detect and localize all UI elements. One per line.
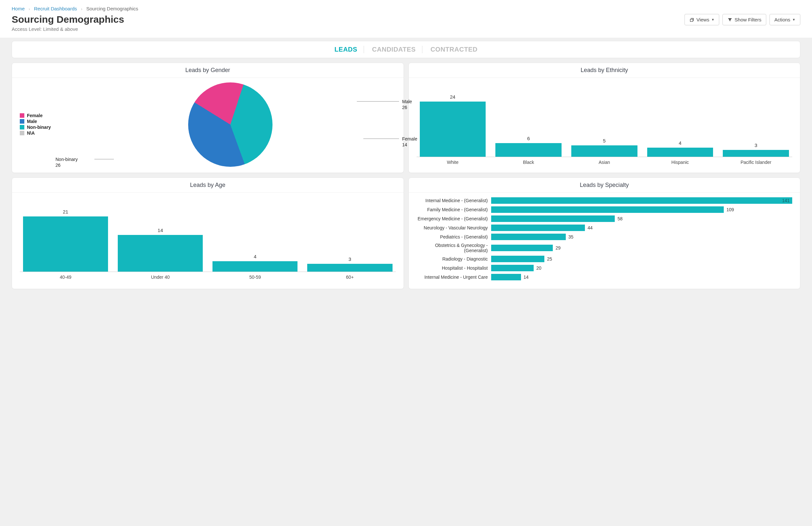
show-filters-button[interactable]: Show Filters <box>723 14 766 25</box>
bar-value: 4 <box>254 254 256 259</box>
hbar-row: Family Medicine - (Generalist)109 <box>417 207 793 213</box>
legend-swatch <box>20 119 24 124</box>
bar-rect <box>23 216 108 272</box>
filter-icon <box>727 17 733 23</box>
hbar-track: 20 <box>491 265 793 271</box>
tab-leads[interactable]: LEADS <box>328 46 364 53</box>
hbar-value: 29 <box>555 245 561 251</box>
access-level: Access Level: Limited & above <box>12 26 124 32</box>
card-ethnicity: Leads by Ethnicity 246543 WhiteBlackAsia… <box>408 62 801 173</box>
hbar-track: 44 <box>491 225 793 231</box>
bar-label: 60+ <box>307 274 392 280</box>
bar-column: 5 <box>571 138 637 157</box>
hbar-track: 29 <box>491 245 793 251</box>
bar-value: 6 <box>527 136 530 141</box>
copy-icon <box>690 17 695 23</box>
card-title-gender: Leads by Gender <box>12 63 404 78</box>
legend-swatch <box>20 113 24 118</box>
ethnicity-bar-chart: 246543 <box>417 82 793 157</box>
hbar-row: Internal Medicine - (Generalist)141 <box>417 197 793 204</box>
actions-button[interactable]: Actions ▼ <box>769 14 800 25</box>
hbar-label: Radiology - Diagnostic <box>417 256 491 261</box>
bar-label: 50-59 <box>213 274 298 280</box>
legend-swatch <box>20 125 24 129</box>
card-age: Leads by Age 211443 40-49Under 4050-5960… <box>12 177 404 289</box>
pie-callout: Non-binary26 <box>56 156 91 168</box>
breadcrumb: Home › Recruit Dashboards › Sourcing Dem… <box>12 6 800 11</box>
legend-swatch <box>20 131 24 135</box>
legend-item: Male <box>20 119 65 124</box>
card-gender: Leads by Gender FemaleMaleNon-binaryN\A … <box>12 62 404 173</box>
bar-label: Pacific Islander <box>723 160 789 165</box>
hbar-rect <box>491 245 553 251</box>
page-title: Sourcing Demographics <box>12 14 124 25</box>
bar-rect <box>307 264 392 272</box>
bar-rect <box>420 102 486 157</box>
hbar-track: 109 <box>491 207 793 213</box>
caret-down-icon: ▼ <box>792 18 796 22</box>
hbar-rect <box>491 215 615 222</box>
hbar-label: Obstetrics & Gynecology - (Generalist) <box>417 243 491 253</box>
bar-column: 6 <box>495 136 562 157</box>
gender-legend: FemaleMaleNon-binaryN\A <box>20 113 65 136</box>
tab-contracted[interactable]: CONTRACTED <box>424 46 484 53</box>
hbar-value: 35 <box>568 234 574 240</box>
age-bar-chart: 211443 <box>20 197 396 272</box>
hbar-rect <box>491 256 545 262</box>
legend-item: N\A <box>20 130 65 136</box>
breadcrumb-dashboards[interactable]: Recruit Dashboards <box>34 6 77 11</box>
bar-label: Black <box>495 160 562 165</box>
tab-bar: LEADS CANDIDATES CONTRACTED <box>12 41 800 58</box>
hbar-value: 25 <box>547 256 552 261</box>
hbar-rect <box>491 274 521 280</box>
hbar-rect <box>491 233 566 240</box>
bar-value: 14 <box>158 227 163 233</box>
legend-item: Non-binary <box>20 125 65 130</box>
bar-value: 5 <box>603 138 606 143</box>
bar-column: 21 <box>23 209 108 272</box>
bar-rect <box>118 235 203 272</box>
hbar-rect <box>491 265 534 271</box>
bar-value: 21 <box>63 209 69 214</box>
hbar-track: 141 <box>491 197 793 204</box>
hbar-value: 14 <box>524 274 529 280</box>
bar-column: 14 <box>118 227 203 272</box>
bar-value: 3 <box>348 256 351 262</box>
chevron-right-icon: › <box>29 6 30 11</box>
bar-value: 3 <box>755 142 757 148</box>
bar-label: White <box>420 160 486 165</box>
chevron-right-icon: › <box>81 6 82 11</box>
legend-item: Female <box>20 113 65 118</box>
bar-rect <box>495 143 562 157</box>
legend-label: Male <box>27 119 37 124</box>
hbar-row: Hospitalist - Hospitalist20 <box>417 265 793 271</box>
hbar-rect: 141 <box>491 197 793 204</box>
bar-value: 24 <box>450 94 455 100</box>
tab-candidates[interactable]: CANDIDATES <box>366 46 423 53</box>
hbar-row: Pediatrics - (Generalist)35 <box>417 233 793 240</box>
bar-column: 3 <box>723 142 789 157</box>
legend-label: Non-binary <box>27 125 51 130</box>
card-title-specialty: Leads by Specialty <box>409 178 800 193</box>
hbar-row: Neurology - Vascular Neurology44 <box>417 225 793 231</box>
card-title-ethnicity: Leads by Ethnicity <box>409 63 800 78</box>
bar-rect <box>723 150 789 157</box>
hbar-label: Pediatrics - (Generalist) <box>417 234 491 240</box>
hbar-label: Internal Medicine - Urgent Care <box>417 274 491 280</box>
specialty-bar-chart: Internal Medicine - (Generalist)141Famil… <box>409 193 800 289</box>
bar-label: Under 40 <box>118 274 203 280</box>
views-button[interactable]: Views ▼ <box>684 14 720 25</box>
caret-down-icon: ▼ <box>711 18 714 22</box>
bar-value: 4 <box>679 140 681 146</box>
hbar-rect <box>491 225 585 231</box>
hbar-track: 35 <box>491 233 793 240</box>
hbar-label: Emergency Medicine - (Generalist) <box>417 216 491 221</box>
legend-label: Female <box>27 113 43 118</box>
hbar-track: 58 <box>491 215 793 222</box>
hbar-row: Radiology - Diagnostic25 <box>417 256 793 262</box>
breadcrumb-home[interactable]: Home <box>12 6 25 11</box>
hbar-rect <box>491 207 724 213</box>
hbar-value: 141 <box>782 198 789 203</box>
hbar-value: 109 <box>726 207 734 212</box>
card-title-age: Leads by Age <box>12 178 404 193</box>
